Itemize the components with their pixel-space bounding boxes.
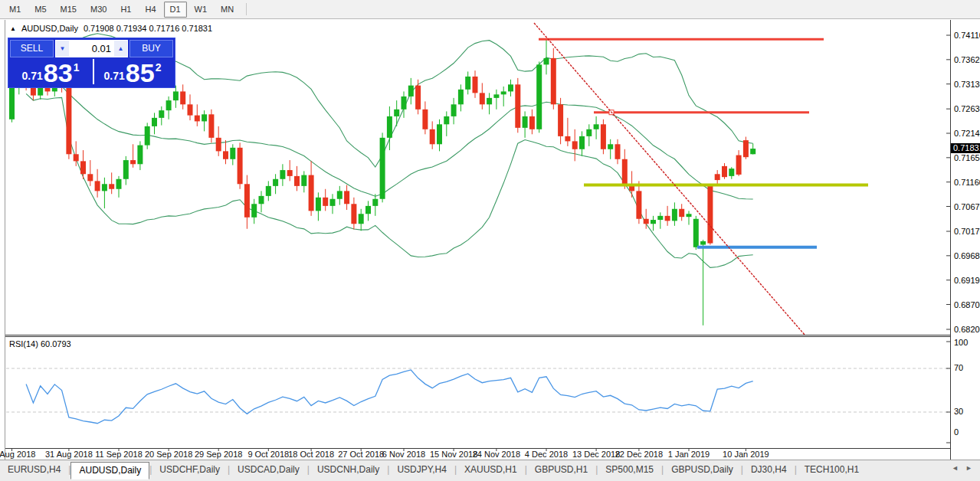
candle [736, 150, 742, 176]
candle-body [80, 161, 86, 174]
tab-scroll-left-icon[interactable]: ◄ [952, 464, 959, 472]
candle [251, 199, 257, 224]
candle-body [137, 146, 143, 165]
tab-scroll-right-icon[interactable]: ► [965, 464, 972, 472]
candle [66, 84, 71, 159]
buy-button[interactable]: BUY [129, 40, 173, 57]
candle [152, 113, 157, 134]
collapse-panel-icon[interactable]: ▲ [10, 25, 16, 32]
candle [693, 216, 699, 250]
timeframe-button-m15[interactable]: M15 [54, 2, 83, 18]
candle-body [102, 184, 107, 191]
candle-body [501, 91, 506, 94]
candle [230, 144, 235, 165]
candle [750, 143, 755, 154]
candle-body [166, 100, 172, 110]
price-axis-label: 0.74110 [954, 31, 980, 40]
tab-gbpusd-daily[interactable]: GBPUSD,Daily [664, 462, 741, 477]
tab-usdjpy-h4[interactable]: USDJPY,H4 [389, 462, 454, 477]
candle-body [572, 141, 578, 149]
tab-usdchf-daily[interactable]: USDCHF,Daily [152, 462, 228, 477]
lot-increase-icon[interactable]: ▲ [114, 41, 127, 57]
candle-body [665, 216, 670, 221]
candle-body [529, 116, 535, 129]
candle-body [473, 77, 478, 93]
candle [195, 104, 200, 126]
sell-price-prefix: 0.71 [22, 70, 43, 82]
candle [422, 101, 428, 134]
chart-quote-line: 0.71908 0.71934 0.71716 0.71831 [84, 24, 212, 33]
candle [330, 194, 336, 214]
candle [544, 39, 549, 74]
candle-body [195, 116, 200, 122]
tab-audusd-daily[interactable]: AUDUSD,Daily [70, 462, 149, 479]
candle-body [66, 88, 71, 154]
candle [223, 140, 228, 164]
rsi-chart-canvas[interactable] [6, 337, 950, 448]
price-axis-label: 0.68200 [954, 325, 980, 334]
timeframe-button-m5[interactable]: M5 [28, 2, 52, 18]
downtrend-line[interactable] [534, 23, 805, 335]
candle-body [743, 140, 749, 157]
candle-body [672, 209, 677, 221]
candle [380, 133, 385, 202]
timeframe-button-m1[interactable]: M1 [3, 2, 27, 18]
candle-body [601, 124, 606, 149]
timeframe-button-h1[interactable]: H1 [114, 2, 137, 18]
candle-body [523, 116, 528, 128]
timeframe-button-h4[interactable]: H4 [139, 2, 162, 18]
candle [594, 116, 599, 139]
chart-title-row: ▲ AUDUSD,Daily 0.71908 0.71934 0.71716 0… [10, 24, 212, 33]
candle [743, 137, 749, 159]
lot-size-input[interactable] [69, 41, 114, 57]
tab-gbpusd-h1[interactable]: GBPUSD,H1 [527, 462, 595, 477]
timeframe-button-w1[interactable]: W1 [188, 2, 214, 18]
buy-price-display[interactable]: 0.71 85 2 [92, 57, 173, 86]
tab-eurusd-h4[interactable]: EURUSD,H4 [0, 462, 68, 477]
sell-button[interactable]: SELL [10, 40, 54, 57]
candle [216, 126, 221, 156]
lot-decrease-icon[interactable]: ▼ [56, 41, 69, 57]
candle [266, 181, 271, 201]
candle-body [323, 198, 328, 206]
tab-usdcnh-daily[interactable]: USDCNH,Daily [310, 462, 387, 477]
candle-body [430, 129, 435, 144]
candle [415, 80, 421, 114]
price-axis: 0.741100.736200.731300.726300.721400.716… [951, 20, 980, 460]
timeframe-button-m30[interactable]: M30 [84, 2, 113, 18]
candle-body [437, 124, 442, 144]
candle [657, 212, 663, 228]
candle-body [287, 170, 293, 176]
candle [551, 48, 556, 110]
candle-body [173, 91, 179, 100]
tab-usdcad-daily[interactable]: USDCAD,Daily [230, 462, 307, 477]
candle [430, 121, 435, 149]
trade-panel-header: SELL ▼ ▲ BUY [10, 40, 173, 57]
chart-symbol-title: AUDUSD,Daily [21, 24, 78, 33]
candle [579, 131, 585, 155]
candle [109, 172, 114, 194]
candle [294, 166, 300, 191]
timeframe-button-mn[interactable]: MN [215, 2, 240, 18]
tab-xauusd-h1[interactable]: XAUUSD,H1 [457, 462, 525, 477]
candle [665, 206, 670, 226]
timeframe-button-d1[interactable]: D1 [164, 2, 187, 18]
candle-body [544, 58, 549, 64]
tab-sp500-m15[interactable]: SP500,M15 [598, 462, 661, 477]
candle [359, 209, 364, 231]
tab-dj30-h4[interactable]: DJ30,H4 [743, 462, 795, 477]
candle-body [644, 219, 649, 224]
price-axis-label: 0.71650 [954, 153, 980, 162]
candle [679, 204, 684, 221]
candle-body [344, 191, 349, 204]
tab-tech100-h1[interactable]: TECH100,H1 [797, 462, 867, 477]
candle-body [679, 209, 684, 217]
price-axis-label: 0.73130 [954, 80, 980, 89]
candle [80, 150, 86, 179]
candle [137, 141, 143, 170]
sell-price-display[interactable]: 0.71 83 1 [10, 57, 91, 86]
candle [700, 240, 706, 326]
candle [565, 118, 570, 146]
candle [280, 164, 285, 186]
rsi-axis-label: 30 [954, 407, 963, 416]
